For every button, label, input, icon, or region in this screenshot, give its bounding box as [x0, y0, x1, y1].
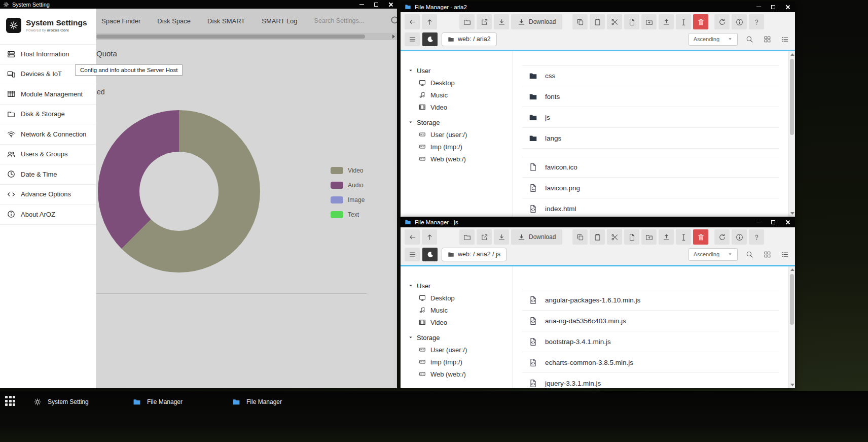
- delete-button[interactable]: [693, 229, 708, 245]
- tree-section-user[interactable]: User: [408, 280, 513, 292]
- up-button[interactable]: [422, 229, 437, 245]
- dark-mode-toggle[interactable]: [422, 248, 438, 261]
- help-button[interactable]: [749, 229, 764, 245]
- scrollbar-thumb[interactable]: [790, 59, 794, 135]
- minimize-button[interactable]: [755, 4, 762, 10]
- back-button[interactable]: [405, 14, 420, 29]
- taskbar-item-system-setting[interactable]: System Setting: [30, 395, 130, 409]
- download-icon-button[interactable]: [494, 229, 509, 245]
- cut-button[interactable]: [607, 14, 622, 29]
- search-button[interactable]: [743, 248, 755, 260]
- system-setting-titlebar[interactable]: System Setting: [0, 0, 397, 9]
- file-row-angular[interactable]: angular-packages-1.6.10.min.js: [522, 290, 779, 311]
- file-manager-titlebar[interactable]: File Manager - js: [401, 217, 795, 227]
- download-button[interactable]: Download: [511, 229, 562, 245]
- sidebar-item-date-time[interactable]: Date & Time: [0, 164, 96, 185]
- new-file-button[interactable]: [624, 229, 639, 245]
- legend-item-audio[interactable]: Audio: [331, 182, 365, 189]
- breadcrumb[interactable]: web: / aria2 / js: [442, 248, 507, 261]
- tree-item-tmp-drive[interactable]: tmp (tmp:/): [408, 356, 513, 368]
- sort-order-select[interactable]: Ascending: [689, 33, 738, 46]
- grid-view-button[interactable]: [761, 248, 773, 260]
- legend-item-video[interactable]: Video: [331, 167, 365, 174]
- tree-item-user-drive[interactable]: User (user:/): [408, 344, 513, 356]
- app-launcher-button[interactable]: [5, 396, 17, 408]
- taskbar-item-file-manager-1[interactable]: File Manager: [130, 395, 229, 409]
- tab-disk-space[interactable]: Disk Space: [157, 17, 191, 25]
- close-button[interactable]: [785, 4, 791, 10]
- upload-button[interactable]: [659, 229, 674, 245]
- open-button[interactable]: [459, 14, 475, 29]
- scroll-down-icon[interactable]: [790, 212, 794, 215]
- cut-button[interactable]: [607, 229, 622, 245]
- file-row-favicon-ico[interactable]: favicon.ico: [522, 157, 779, 178]
- scroll-up-icon[interactable]: [790, 53, 794, 56]
- new-file-button[interactable]: [624, 14, 639, 29]
- folder-row-fonts[interactable]: fonts: [522, 86, 779, 107]
- file-row-index-html[interactable]: index.html: [522, 198, 779, 217]
- download-button[interactable]: Download: [511, 14, 562, 29]
- file-row-favicon-png[interactable]: favicon.png: [522, 178, 779, 198]
- taskbar-item-file-manager-2[interactable]: File Manager: [229, 395, 329, 409]
- properties-button[interactable]: [732, 14, 747, 29]
- rename-button[interactable]: [676, 14, 691, 29]
- rename-button[interactable]: [676, 229, 691, 245]
- legend-item-text[interactable]: Text: [331, 211, 365, 218]
- download-icon-button[interactable]: [494, 14, 509, 29]
- tree-item-tmp-drive[interactable]: tmp (tmp:/): [408, 141, 513, 153]
- paste-button[interactable]: [590, 14, 605, 29]
- tree-item-desktop[interactable]: Desktop: [408, 77, 513, 89]
- list-view-button[interactable]: [779, 33, 791, 45]
- tree-item-web-drive[interactable]: Web (web:/): [408, 153, 513, 165]
- search-button[interactable]: [743, 33, 755, 45]
- breadcrumb[interactable]: web: / aria2: [442, 32, 497, 46]
- tree-item-web-drive[interactable]: Web (web:/): [408, 368, 513, 380]
- tree-item-music[interactable]: Music: [408, 89, 513, 101]
- scroll-up-icon[interactable]: [790, 268, 794, 271]
- menu-button[interactable]: [405, 248, 420, 261]
- properties-button[interactable]: [732, 229, 747, 245]
- tree-section-storage[interactable]: Storage: [408, 331, 513, 344]
- folder-row-langs[interactable]: langs: [522, 128, 779, 149]
- vertical-scrollbar[interactable]: [788, 51, 795, 217]
- file-row-jquery[interactable]: jquery-3.3.1.min.js: [522, 373, 779, 388]
- settings-search-input[interactable]: [314, 17, 374, 24]
- close-button[interactable]: [785, 219, 791, 225]
- tree-item-video[interactable]: Video: [408, 316, 513, 328]
- delete-button[interactable]: [693, 14, 708, 29]
- tree-item-desktop[interactable]: Desktop: [408, 292, 513, 304]
- new-folder-button[interactable]: [641, 14, 657, 29]
- copy-button[interactable]: [572, 14, 588, 29]
- back-button[interactable]: [405, 229, 420, 245]
- horizontal-scrollbar[interactable]: [96, 33, 397, 40]
- close-button[interactable]: [388, 2, 394, 8]
- upload-button[interactable]: [659, 14, 674, 29]
- scrollbar-thumb[interactable]: [96, 35, 365, 39]
- tree-item-video[interactable]: Video: [408, 101, 513, 113]
- maximize-button[interactable]: [373, 2, 379, 8]
- tab-smart-log[interactable]: SMART Log: [262, 17, 297, 25]
- sidebar-item-advance-options[interactable]: Advance Options: [0, 185, 96, 205]
- tree-item-user-drive[interactable]: User (user:/): [408, 128, 513, 141]
- sort-order-select[interactable]: Ascending: [689, 248, 738, 261]
- grid-view-button[interactable]: [761, 33, 773, 45]
- scrollbar-thumb[interactable]: [790, 274, 794, 325]
- up-button[interactable]: [422, 14, 437, 29]
- vertical-scrollbar[interactable]: [788, 266, 795, 388]
- maximize-button[interactable]: [770, 4, 776, 10]
- sidebar-item-network-connection[interactable]: Network & Connection: [0, 124, 96, 145]
- sidebar-item-host-information[interactable]: Host Information: [0, 44, 96, 64]
- menu-button[interactable]: [405, 32, 420, 46]
- file-manager-titlebar[interactable]: File Manager - aria2: [401, 2, 795, 12]
- refresh-button[interactable]: [714, 229, 730, 245]
- sidebar-item-users-groups[interactable]: Users & Groups: [0, 145, 96, 165]
- folder-row-js[interactable]: js: [522, 107, 779, 128]
- open-button[interactable]: [459, 229, 475, 245]
- maximize-button[interactable]: [770, 219, 776, 225]
- search-icon[interactable]: [390, 15, 397, 26]
- minimize-button[interactable]: [755, 219, 762, 225]
- minimize-button[interactable]: [358, 2, 365, 8]
- scroll-right-arrow-icon[interactable]: [392, 35, 395, 39]
- copy-button[interactable]: [572, 229, 588, 245]
- file-row-echarts[interactable]: echarts-common-3.8.5.min.js: [522, 352, 779, 373]
